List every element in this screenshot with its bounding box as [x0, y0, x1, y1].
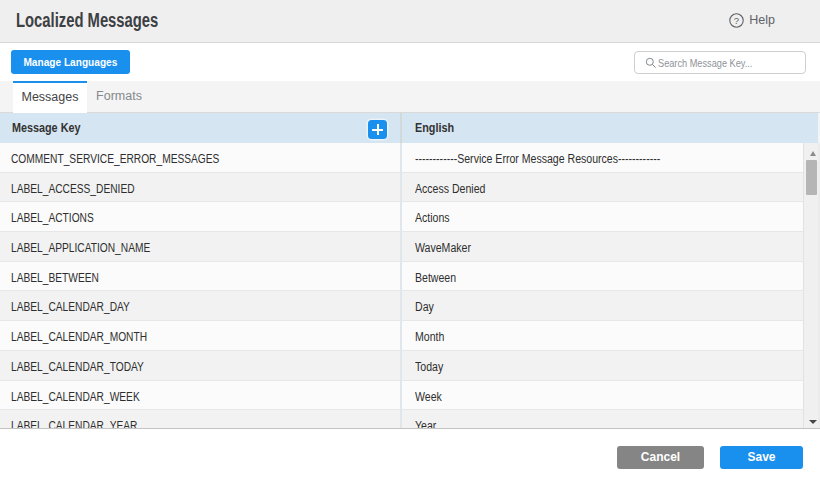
- svg-text:?: ?: [734, 15, 739, 26]
